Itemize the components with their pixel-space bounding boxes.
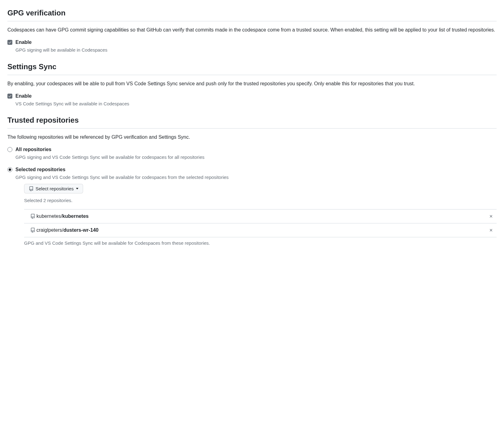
repo-icon bbox=[29, 186, 34, 191]
gpg-section: GPG verification Codespaces can have GPG… bbox=[7, 7, 497, 54]
trusted-heading: Trusted repositories bbox=[7, 115, 497, 129]
trusted-selected-sub: GPG signing and VS Code Settings Sync wi… bbox=[15, 174, 497, 181]
repo-icon bbox=[30, 214, 35, 219]
sync-enable-checkbox[interactable] bbox=[7, 94, 12, 99]
trusted-all-label: All repositories bbox=[15, 146, 497, 153]
sync-section: Settings Sync By enabling, your codespac… bbox=[7, 61, 497, 108]
sync-heading: Settings Sync bbox=[7, 61, 497, 75]
selected-count-text: Selected 2 repositories. bbox=[24, 197, 497, 204]
repo-list: kubernetes/kubernetes craiglpeters/duste… bbox=[24, 209, 497, 237]
trusted-selected-label: Selected repositories bbox=[15, 166, 497, 173]
trusted-selected-option: Selected repositories GPG signing and VS… bbox=[7, 166, 497, 247]
repo-owner: craiglpeters/ bbox=[36, 227, 63, 233]
gpg-enable-sub: GPG signing will be available in Codespa… bbox=[15, 47, 497, 54]
remove-repo-button[interactable] bbox=[487, 226, 495, 234]
close-icon bbox=[489, 228, 493, 232]
repo-path: craiglpeters/dusters-wr-140 bbox=[36, 226, 487, 234]
gpg-enable-option: Enable GPG signing will be available in … bbox=[7, 39, 497, 54]
repo-path: kubernetes/kubernetes bbox=[36, 213, 487, 220]
select-repositories-button[interactable]: Select repositories bbox=[24, 184, 83, 193]
gpg-description: Codespaces can have GPG commit signing c… bbox=[7, 26, 497, 34]
trusted-selected-radio[interactable] bbox=[7, 167, 12, 172]
repo-owner: kubernetes/ bbox=[36, 214, 62, 219]
trusted-description: The following repositories will be refer… bbox=[7, 133, 497, 141]
repo-list-note: GPG and VS Code Settings Sync will be av… bbox=[24, 240, 497, 247]
repo-name: dusters-wr-140 bbox=[63, 227, 99, 233]
check-icon bbox=[8, 94, 12, 98]
gpg-heading: GPG verification bbox=[7, 7, 497, 21]
sync-description: By enabling, your codespaces will be abl… bbox=[7, 80, 497, 87]
remove-repo-button[interactable] bbox=[487, 213, 495, 220]
repo-list-item: kubernetes/kubernetes bbox=[24, 209, 497, 223]
close-icon bbox=[489, 214, 493, 218]
sync-enable-sub: VS Code Settings Sync will be available … bbox=[15, 100, 497, 108]
sync-enable-option: Enable VS Code Settings Sync will be ava… bbox=[7, 92, 497, 108]
repo-icon bbox=[30, 228, 35, 233]
chevron-down-icon bbox=[76, 188, 78, 189]
trusted-all-sub: GPG signing and VS Code Settings Sync wi… bbox=[15, 154, 497, 161]
select-repositories-label: Select repositories bbox=[36, 186, 74, 191]
check-icon bbox=[8, 40, 12, 44]
trusted-all-radio[interactable] bbox=[7, 147, 12, 152]
repo-list-item: craiglpeters/dusters-wr-140 bbox=[24, 223, 497, 237]
gpg-enable-label: Enable bbox=[15, 39, 497, 46]
sync-enable-label: Enable bbox=[15, 92, 497, 100]
repo-name: kubernetes bbox=[62, 214, 89, 219]
trusted-section: Trusted repositories The following repos… bbox=[7, 115, 497, 247]
trusted-all-option: All repositories GPG signing and VS Code… bbox=[7, 146, 497, 161]
gpg-enable-checkbox[interactable] bbox=[7, 40, 12, 45]
